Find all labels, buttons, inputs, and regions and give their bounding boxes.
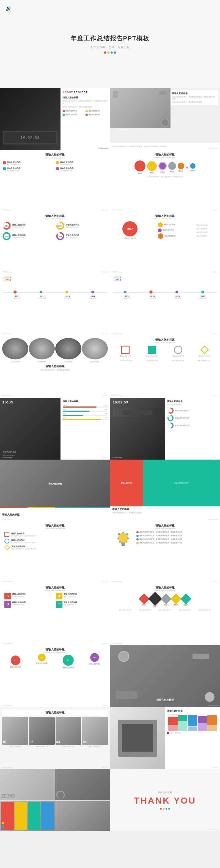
slide-row-6: 16:35 请输入您的标题 请输入您的文字内容 请输入您的标题 请输入 75% — [0, 398, 220, 460]
bubble-1: 01 请输入您的内容 — [10, 655, 21, 669]
tl-desc-4: 请输入内容 — [80, 297, 105, 299]
pb4-label: 请输入 — [63, 417, 67, 418]
pb4-fill — [63, 419, 101, 420]
pb1-label: 请输入 — [63, 405, 67, 406]
large-circle-gray — [168, 162, 176, 170]
slide-l10-title: 请输入您的标题 — [2, 648, 108, 651]
bl3-text: 请输入您的内容文字，建议配合图表使用，使报告更加完善 — [139, 538, 182, 540]
bl2-text: 请输入您的内容文字，建议配合图表使用，使报告更加完善 — [139, 534, 182, 537]
slide-8-left: 请输入您的标题 Please enter your title here 请输入… — [0, 522, 110, 583]
lg-s-label: 请输入您的内容 — [12, 593, 26, 595]
dp-4: 请输入 — [172, 595, 180, 606]
slide-r7-top: 请输入您的内容 请输入您的内容文字 — [110, 460, 220, 506]
zero-photo-3 — [0, 801, 55, 831]
circle-label-1: 请输入 — [134, 172, 146, 175]
tl-desc-3: 请输入内容 — [55, 297, 80, 299]
tl2-item-1: 2013 请输入内容 — [115, 295, 140, 299]
slide-row-1: 16:02:53 ABOUT ABOUT PROJECT PROJECT 请输入… — [0, 88, 220, 150]
watermark-l8: PRISM design — [2, 581, 12, 582]
slide-row-4: + 2013 + 2014 2011 请输入内容 2012 — [0, 274, 220, 336]
bl-3: 请输入您的内容文字，建议配合图表使用，使报告更加完善 — [136, 538, 218, 540]
slide-l8-sub: Please enter your title here — [2, 528, 108, 529]
shape-1-label: 请输入您的内容 — [120, 355, 131, 358]
pb1-val: 75% — [105, 405, 108, 406]
legend-1: 请输入 — [167, 732, 174, 734]
slide-r2-title: 请输入您的标题 — [113, 153, 217, 157]
slide-r11-title: 请输入您的标题 — [167, 710, 218, 713]
dot-yellow — [107, 52, 109, 54]
red-block-text: 请输入您的内容 — [121, 482, 132, 484]
tl2-item-2: 2014 请输入内容 — [140, 295, 165, 299]
donut-3-label: 请输入您的内容 — [12, 234, 26, 237]
zero-photo-2 — [55, 769, 110, 800]
slide-r7-text: 请输入您的内容文字，建议配合图表使用 — [112, 512, 218, 514]
zero-photo-4: ONE — [55, 801, 110, 831]
square-outline-red — [121, 346, 129, 354]
bar-g1-1 — [168, 717, 178, 725]
donut-item-4: 70% 请输入您的内容 请输入您的文字内容 — [56, 232, 108, 241]
pb-2: 请输入 60% — [63, 409, 108, 412]
il1-square — [4, 532, 9, 537]
donut-4: 70% — [56, 232, 65, 241]
bubble2-label: 请输入您的内容 — [36, 662, 48, 664]
bl-2: 请输入您的内容文字，建议配合图表使用，使报告更加完善 — [136, 534, 218, 537]
large-circle-blue — [190, 163, 195, 169]
slide-6-right: 16:02:53 请输入您的标题 CREATIVE DESIGN 请输入您的内容… — [110, 398, 220, 460]
watermark-tag-l3: Tag No.1 — [102, 271, 108, 273]
ty-dot-3 — [165, 808, 167, 810]
watermark-l10: PRISM design — [2, 705, 12, 706]
bl3-icon — [136, 538, 138, 540]
legend2-color — [175, 732, 177, 734]
cover-title: 年度工作总结报告PPT模板 — [70, 34, 150, 43]
pl-3: 请输入您的内容文字 — [55, 746, 82, 747]
fi3-icon — [3, 167, 6, 170]
watermark-tag-l4: Tag No.1 — [102, 333, 108, 335]
lightbulb-icon — [112, 531, 134, 550]
color-strip — [0, 507, 110, 508]
tl2-desc-2: 请输入内容 — [140, 297, 165, 299]
slide-11-right: 请输入您的标题 INTRODUCTION — [110, 707, 220, 769]
slide-l2-title: 请输入您的标题 — [3, 153, 107, 157]
photo-labels-row: 请输入您的内容文字 请输入您的内容文字 请输入您的内容文字 请输入您的内容文字 — [2, 746, 108, 747]
large-circle-orange — [178, 163, 184, 169]
pg4-num: 04 — [83, 740, 86, 744]
il3-text: 请输入您的内容文字，建议配合图表使用 — [11, 548, 36, 550]
bl2-icon — [136, 535, 138, 537]
svg-point-23 — [126, 533, 128, 535]
feature-item-4: 请输入您的内容 请输入您的文字内容 — [56, 167, 107, 172]
bar-g1-2 — [168, 725, 178, 731]
rl-3: 请输入您的内容 — [196, 231, 208, 234]
slide-r1-bottom: 请输入您的内容文字，建议配合图表使用，使报告更加完善美观，内容详实 — [112, 145, 218, 148]
bar-group-3 — [188, 715, 197, 731]
ty-watermark: PRISM design — [208, 828, 218, 830]
watermark-tag-r11: Tag No.1 — [212, 767, 218, 768]
sc3-label: 请输入您的内容 — [164, 235, 176, 237]
slide-r9-sub: Please enter your title here — [112, 589, 218, 591]
il2-text: 请输入您的内容文字，建议配合图表使用 — [11, 541, 36, 543]
progress-bars: 请输入 75% 请输入 60% — [63, 405, 108, 420]
year-2015: + 2015 — [113, 276, 217, 279]
slide-r7-bottom: 请输入您的标题 请输入您的内容文字，建议配合图表使用 — [110, 506, 220, 522]
legend-2: 请输入 — [175, 732, 182, 734]
svg-point-24 — [127, 538, 129, 539]
watermark-l9: PRISM design — [2, 643, 12, 644]
cs-blue — [83, 507, 110, 508]
pg2-num: 02 — [30, 740, 33, 744]
slide-l7-bottom: 请输入您的标题 — [0, 508, 110, 522]
divider-1 — [63, 95, 108, 95]
slide-r1-title: 请输入您的标题 — [172, 92, 216, 95]
pg-3: 03 — [56, 717, 82, 745]
tools-item-2 — [116, 691, 137, 699]
plus-icon: + — [186, 165, 188, 170]
tl-marker-4 — [91, 290, 94, 293]
zero-text: ZERO — [1, 793, 15, 799]
svg-text:30%: 30% — [58, 225, 62, 227]
time-display: 16:02:53 — [21, 135, 40, 140]
slide-12-right: 感谢您的观看 THANK YOU PRISM design — [110, 769, 220, 831]
phone-photo: 16:35 请输入您的标题 请输入您的文字内容 — [0, 398, 61, 460]
bubble3-label: 请输入您的内容 — [62, 666, 74, 669]
laptop-photo: 16:02:53 — [110, 398, 165, 460]
watermark-l3: PRISM design — [2, 271, 12, 273]
il2-label: 请输入您的内容 — [11, 539, 36, 541]
teal-block: 请输入您的内容文字 — [143, 460, 220, 506]
